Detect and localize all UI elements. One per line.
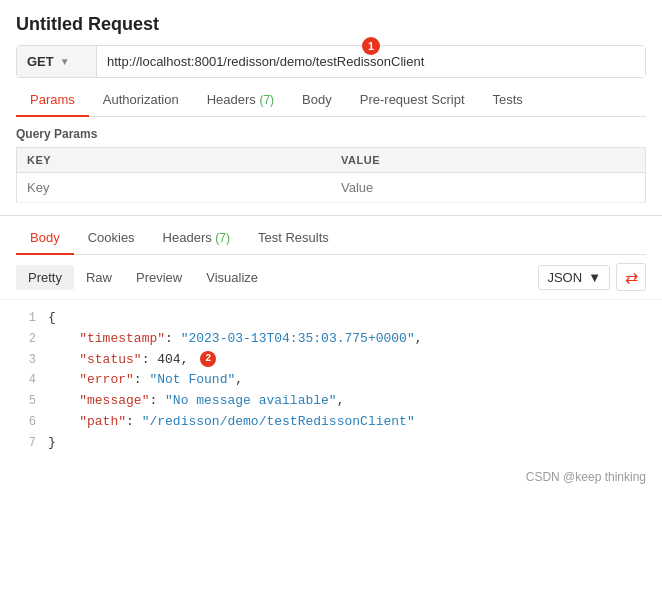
code-line-5: 5 "message": "No message available",: [0, 391, 662, 412]
tab-tests[interactable]: Tests: [479, 84, 537, 117]
tab-body[interactable]: Body: [288, 84, 346, 117]
response-section: Body Cookies Headers (7) Test Results Pr…: [0, 215, 662, 462]
json-code-block: 1 { 2 "timestamp": "2023-03-13T04:35:03.…: [0, 300, 662, 462]
line-content-2: "timestamp": "2023-03-13T04:35:03.775+00…: [48, 329, 654, 350]
badge-1: 1: [362, 37, 380, 55]
tab-prerequest[interactable]: Pre-request Script: [346, 84, 479, 117]
format-preview-btn[interactable]: Preview: [124, 265, 194, 290]
badge-2: 2: [200, 351, 216, 367]
value-placeholder-cell[interactable]: [331, 173, 646, 203]
line-content-6: "path": "/redisson/demo/testRedissonClie…: [48, 412, 654, 433]
line-content-5: "message": "No message available",: [48, 391, 654, 412]
line-content-3: "status": 404, 2: [48, 350, 654, 371]
line-content-7: }: [48, 433, 654, 454]
line-content-4: "error": "Not Found",: [48, 370, 654, 391]
line-num-2: 2: [8, 329, 36, 349]
code-line-1: 1 {: [0, 308, 662, 329]
query-params-header: Query Params: [0, 117, 662, 147]
request-tabs-bar: Params Authorization Headers (7) Body Pr…: [16, 78, 646, 117]
tab-authorization[interactable]: Authorization: [89, 84, 193, 117]
wrap-icon: ⇄: [625, 268, 638, 287]
method-select[interactable]: GET ▼: [17, 46, 97, 77]
format-raw-btn[interactable]: Raw: [74, 265, 124, 290]
line-num-1: 1: [8, 308, 36, 328]
format-pretty-btn[interactable]: Pretty: [16, 265, 74, 290]
json-type-select[interactable]: JSON ▼: [538, 265, 610, 290]
params-table: KEY VALUE: [16, 147, 646, 203]
code-line-3: 3 "status": 404, 2: [0, 350, 662, 371]
wrap-button[interactable]: ⇄: [616, 263, 646, 291]
format-bar: Pretty Raw Preview Visualize JSON ▼ ⇄: [0, 255, 662, 300]
params-row-placeholder: [17, 173, 646, 203]
code-line-6: 6 "path": "/redisson/demo/testRedissonCl…: [0, 412, 662, 433]
format-visualize-btn[interactable]: Visualize: [194, 265, 270, 290]
response-tab-body[interactable]: Body: [16, 222, 74, 255]
method-label: GET: [27, 54, 54, 69]
key-placeholder-cell[interactable]: [17, 173, 332, 203]
line-num-6: 6: [8, 412, 36, 432]
footer-watermark: CSDN @keep thinking: [0, 462, 662, 492]
response-tab-headers[interactable]: Headers (7): [149, 222, 244, 255]
json-type-label: JSON: [547, 270, 582, 285]
line-num-4: 4: [8, 370, 36, 390]
json-chevron-icon: ▼: [588, 270, 601, 285]
code-line-7: 7 }: [0, 433, 662, 454]
response-tab-test-results[interactable]: Test Results: [244, 222, 343, 255]
value-column-header: VALUE: [331, 148, 646, 173]
chevron-down-icon: ▼: [60, 56, 70, 67]
code-line-4: 4 "error": "Not Found",: [0, 370, 662, 391]
response-tab-cookies[interactable]: Cookies: [74, 222, 149, 255]
value-input[interactable]: [341, 180, 635, 195]
line-num-7: 7: [8, 433, 36, 453]
key-column-header: KEY: [17, 148, 332, 173]
tab-headers[interactable]: Headers (7): [193, 84, 288, 117]
tab-params[interactable]: Params: [16, 84, 89, 117]
url-bar: GET ▼ 1: [16, 45, 646, 78]
line-content-1: {: [48, 308, 654, 329]
key-input[interactable]: [27, 180, 321, 195]
url-wrapper: 1: [97, 46, 645, 77]
response-tabs-bar: Body Cookies Headers (7) Test Results: [16, 216, 646, 255]
code-line-2: 2 "timestamp": "2023-03-13T04:35:03.775+…: [0, 329, 662, 350]
headers-badge: (7): [259, 93, 274, 107]
format-right: JSON ▼ ⇄: [538, 263, 646, 291]
line-num-3: 3: [8, 350, 36, 370]
page-title: Untitled Request: [0, 0, 662, 45]
line-num-5: 5: [8, 391, 36, 411]
response-headers-badge: (7): [215, 231, 230, 245]
